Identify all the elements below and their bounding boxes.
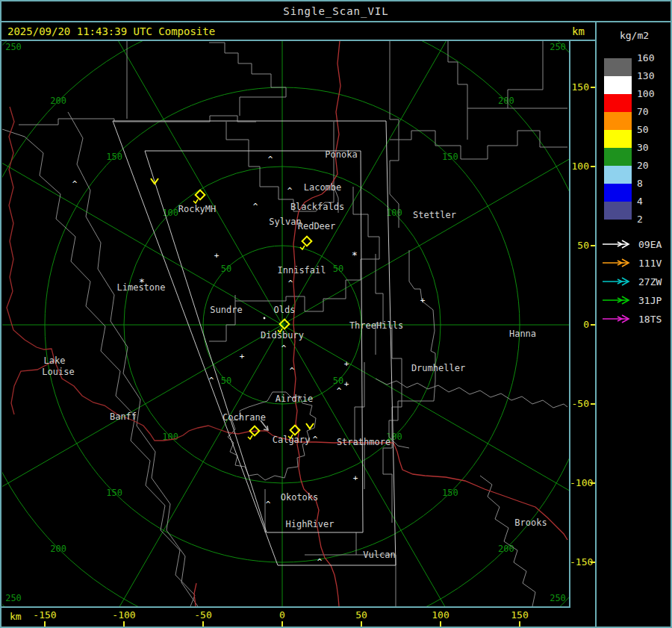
- right-distance-axis: 150100500-50-100-150: [570, 41, 595, 606]
- place-label: Banff: [110, 411, 137, 422]
- bottom-axis-tick-label: -150: [33, 609, 56, 621]
- timestamp-label: 2025/09/20 11:43:39 UTC Composite: [7, 25, 215, 37]
- caret-marker: ^: [253, 202, 258, 211]
- right-axis-tick-label: -150: [570, 556, 589, 568]
- track-legend-row: 18TS: [601, 314, 632, 326]
- place-label: Didsbury: [261, 330, 304, 341]
- colorbar-value-label: 130: [637, 70, 670, 81]
- colorbar-value-label: 4: [637, 196, 670, 207]
- track-arrow-icon: [601, 258, 632, 268]
- colorbar-value-label: 160: [637, 52, 670, 63]
- range-ring-label: 200: [498, 96, 514, 106]
- bottom-axis-tick: [281, 621, 283, 627]
- range-ring-label: 50: [221, 264, 231, 274]
- radar-map-canvas[interactable]: 5050505010010010010015015015015020020020…: [2, 41, 569, 606]
- caret-marker: ^: [290, 366, 295, 376]
- county-boundary-line: [376, 379, 567, 408]
- right-axis-tick-label: 0: [570, 319, 589, 330]
- axis-unit-label: km: [572, 25, 593, 37]
- range-ring-label: 150: [106, 152, 122, 162]
- place-label: Sylvan: [269, 217, 301, 227]
- radar-application-window: Single_Scan_VIL 2025/09/20 11:43:39 UTC …: [0, 0, 672, 628]
- bottom-axis-tick-label: 50: [355, 609, 367, 621]
- county-boundary-line: [480, 476, 535, 606]
- plus-marker: +: [420, 296, 426, 305]
- place-label: Blackfalds: [290, 202, 344, 212]
- range-ring-label: 50: [333, 264, 343, 274]
- radar-map-display[interactable]: 5050505010010010010015015015015020020020…: [2, 41, 569, 606]
- colorbar-value-label: 100: [637, 88, 670, 99]
- place-label: HighRiver: [285, 519, 334, 529]
- bottom-axis-tick-label: 100: [432, 609, 449, 621]
- header-divider: [0, 40, 595, 41]
- colorbar-swatch: [604, 130, 632, 148]
- county-boundary-line: [390, 131, 567, 159]
- storm-cell-marker[interactable]: [193, 190, 205, 203]
- caret-marker: ^: [281, 343, 287, 353]
- range-ring-label: 50: [221, 376, 231, 386]
- track-id-label: 111V: [638, 258, 662, 269]
- bottom-axis-tick-label: -100: [112, 609, 135, 621]
- right-axis-tick-label: 100: [570, 161, 589, 172]
- range-ring-label: 150: [442, 152, 458, 162]
- place-label: Airdrie: [276, 394, 314, 404]
- legend-panel: kg/m2 16013010070503020842 09EA111V27ZW3…: [597, 22, 672, 627]
- track-legend-row: 27ZW: [601, 276, 632, 288]
- colorbar-value-label: 30: [637, 142, 670, 153]
- place-label: Limestone: [116, 282, 165, 293]
- colorbar-swatch: [604, 58, 632, 76]
- place-label: Louise: [42, 367, 74, 377]
- place-label: Drumheller: [411, 363, 465, 373]
- place-label: Olds: [274, 305, 296, 315]
- storm-chevron-marker: [306, 423, 314, 429]
- track-id-label: 18TS: [638, 314, 662, 325]
- caret-marker: ^: [337, 386, 342, 396]
- window-title: Single_Scan_VIL: [283, 5, 388, 17]
- right-axis-tick-label: 50: [570, 240, 589, 251]
- county-boundary-line: [19, 116, 256, 125]
- title-divider: [0, 21, 672, 22]
- county-boundary-line: [334, 122, 338, 213]
- place-label: RedDeer: [298, 221, 336, 231]
- caret-marker: ^: [268, 155, 273, 164]
- plus-marker: +: [240, 352, 245, 361]
- place-label: Stettler: [413, 210, 456, 220]
- track-arrow-icon: [601, 239, 632, 249]
- track-arrow-icon: [601, 295, 632, 305]
- right-axis-tick-label: -100: [570, 477, 589, 488]
- range-ring-label: 250: [5, 593, 22, 603]
- colorbar-value-label: 8: [637, 178, 670, 189]
- colorbar-value-label: 70: [637, 106, 670, 117]
- county-boundary-line: [68, 112, 198, 606]
- place-label: Cochrane: [223, 412, 266, 423]
- range-ring-label: 250: [5, 42, 22, 52]
- right-axis-tick-label: -50: [570, 398, 589, 409]
- caret-marker: ^: [313, 435, 318, 444]
- caret-marker: ^: [317, 557, 323, 567]
- bottom-axis-tick: [440, 621, 441, 627]
- range-ring-label: 250: [550, 42, 566, 52]
- storm-cell-marker[interactable]: [300, 237, 311, 249]
- panel-divider: [595, 21, 597, 628]
- range-ring-label: 200: [498, 544, 514, 554]
- place-label: Lake: [44, 355, 66, 366]
- colorbar-value-label: 50: [637, 124, 670, 135]
- county-boundary-line: [355, 362, 364, 489]
- radar-radial-line: [2, 116, 282, 325]
- bottom-axis-tick: [202, 621, 204, 627]
- map-right-border: [569, 40, 570, 608]
- county-boundary-line: [209, 43, 286, 116]
- bottom-axis-tick-label: 0: [279, 609, 285, 621]
- storm-cell-marker[interactable]: [248, 426, 259, 439]
- county-boundary-line: [390, 41, 399, 228]
- track-id-label: 31JP: [638, 295, 662, 306]
- track-legend-row: 09EA: [601, 239, 632, 251]
- place-label: Hanna: [509, 329, 536, 339]
- track-id-label: 27ZW: [638, 276, 662, 287]
- bottom-axis-tick: [123, 621, 125, 627]
- county-boundary-line: [448, 41, 543, 108]
- colorbar-swatch: [604, 184, 632, 202]
- right-axis-tick-label: 150: [570, 81, 589, 93]
- colorbar-swatch: [604, 166, 632, 184]
- map-bottom-border: [0, 606, 570, 608]
